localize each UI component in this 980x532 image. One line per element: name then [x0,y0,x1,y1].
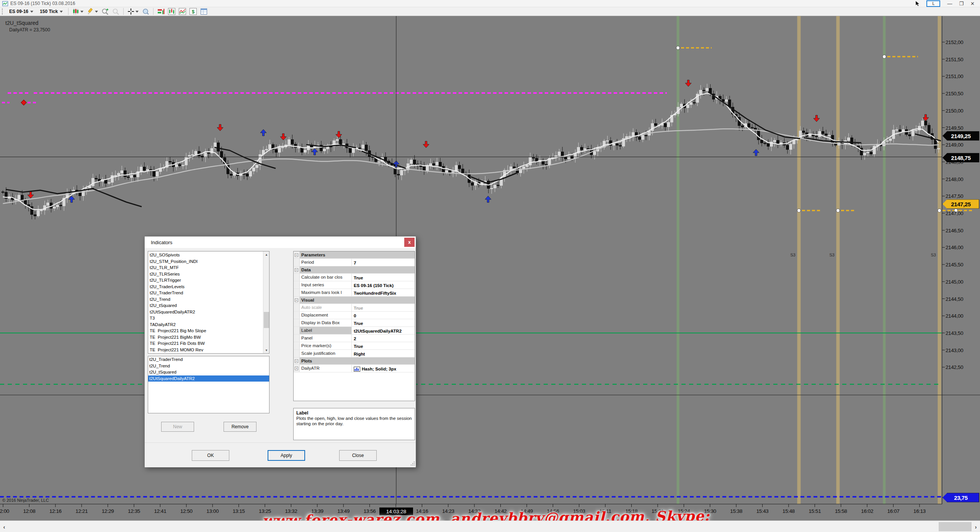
property-value[interactable]: t2UtSquaredDailyATR2 [352,327,415,334]
indicator-list-item[interactable]: t2U_Trend [149,296,263,303]
expand-icon[interactable]: + [294,365,300,372]
line-chart-button[interactable] [178,8,187,15]
indicator-list-item[interactable]: t2U_TraderTrend [149,290,263,296]
zoom-out-button[interactable] [111,8,121,16]
indicator-list-item[interactable]: TE Project221 Fib Dots BW [149,340,263,347]
scroll-left-icon[interactable]: ‹ [0,521,8,532]
drawing-tools-button[interactable] [86,8,99,15]
property-value[interactable]: True [352,274,415,281]
property-value[interactable]: True [352,342,415,349]
account-button[interactable]: $ [188,8,198,15]
dialog-close-button[interactable]: x [404,238,415,247]
candle [442,166,445,172]
remove-button[interactable]: Remove [224,422,256,432]
crosshair-button[interactable] [126,8,140,15]
instrument-dropdown[interactable]: ES 09-16 [7,8,36,15]
property-value[interactable]: ES 09-16 (150 Tick) [352,281,415,289]
interval-dropdown[interactable]: 150 Tick [37,8,65,15]
scroll-right-icon[interactable]: › [972,521,980,532]
configured-indicator-item[interactable]: t2U_Trend [148,363,269,369]
list-scrollbar[interactable]: ▲ ▼ [263,251,269,353]
buy-arrow-icon [260,129,266,136]
property-row[interactable]: +DailyATRHash; Solid; 3px [294,365,415,372]
close-button[interactable]: ✕ [970,0,975,7]
available-indicators-list[interactable]: t2U_SOSpivotst2U_STM_Position_INDIt2U_TL… [148,251,270,354]
collapse-icon[interactable]: − [294,251,300,258]
apply-button[interactable]: Apply [268,450,305,461]
hscroll-thumb[interactable] [939,522,972,531]
chart-window-button[interactable] [167,8,176,15]
property-row[interactable]: Auto scaleTrue [294,304,415,312]
property-value[interactable]: TwoHundredFiftySix [352,289,415,296]
candle [822,131,824,134]
candle [403,170,406,171]
new-button[interactable]: New [161,422,194,432]
indicator-list-item[interactable]: t2U_TLR_MTF [149,264,263,271]
indicator-list-item[interactable]: t2U_TraderLevels [149,284,263,290]
horizontal-scrollbar[interactable]: ‹ › [0,521,980,532]
indicator-list-item[interactable]: TE Project221 Big Mo Slope [149,328,263,334]
zoom-in-button[interactable] [100,8,110,16]
property-value[interactable]: 0 [352,312,415,319]
property-row[interactable]: Displacement0 [294,312,415,319]
close-dialog-button[interactable]: Close [339,450,377,461]
property-value[interactable]: 7 [352,259,415,266]
properties-button[interactable] [199,8,209,15]
property-row[interactable]: Calculate on bar closTrue [294,274,415,281]
ok-button[interactable]: OK [192,450,229,461]
configured-indicators-list[interactable]: t2U_TraderTrendt2U_Trendt2U_tSquaredt2Ut… [148,356,270,413]
property-row[interactable]: Input seriesES 09-16 (150 Tick) [294,281,415,289]
chart-style-button[interactable] [71,8,85,15]
configured-indicator-item[interactable]: t2UtSquaredDailyATR2 [148,375,269,382]
indicator-list-item[interactable]: t2U_SOSpivots [149,252,263,258]
property-category-row[interactable]: −Parameters [294,251,415,259]
collapse-icon[interactable]: − [294,297,300,304]
property-row[interactable]: Maximum bars look lTwoHundredFiftySix [294,289,415,297]
property-value[interactable]: Hash; Solid; 3px [352,365,415,372]
property-label: Display in Data Box [300,319,352,326]
resize-grip[interactable] [410,461,415,466]
indicator-list-item[interactable]: t2UtSquaredDailyATR2 [149,309,263,315]
property-label: Calculate on bar clos [300,274,352,281]
indicator-list-item[interactable]: t2U_STM_Position_INDI [149,258,263,265]
scrollbar-thumb[interactable] [264,312,269,328]
dialog-titlebar[interactable]: Indicators [145,237,416,248]
link-button[interactable]: L [926,0,940,7]
scroll-up-icon[interactable]: ▲ [263,251,270,258]
market-analyzer-button[interactable] [156,8,166,15]
data-box-button[interactable] [141,8,150,16]
indicator-list-item[interactable]: t2U_TLRSeries [149,271,263,277]
property-value[interactable]: True [352,304,415,311]
configured-indicator-item[interactable]: t2U_TraderTrend [148,356,269,363]
property-category-row[interactable]: −Visual [294,297,415,304]
property-value[interactable]: Right [352,350,415,357]
property-row[interactable]: Period7 [294,259,415,266]
property-row[interactable]: Display in Data BoxTrue [294,319,415,327]
property-category-row[interactable]: −Data [294,266,415,274]
indicator-list-item[interactable]: t2U_tSquared [149,302,263,309]
indicator-list-item[interactable]: TADailyATR2 [149,321,263,328]
property-row[interactable]: Panel2 [294,335,415,342]
property-value[interactable]: 2 [352,335,415,342]
minimize-button[interactable]: — [947,0,952,7]
restore-button[interactable]: ❐ [959,0,964,7]
indicator-list-item[interactable]: t2U_TLRTrigger [149,277,263,284]
property-row[interactable]: Price marker(s)True [294,342,415,350]
scroll-down-icon[interactable]: ▼ [263,347,270,353]
collapse-icon[interactable]: − [294,266,300,273]
indicator-list-item[interactable]: TE Project221 BigMo BW [149,334,263,341]
property-value[interactable]: True [352,319,415,326]
property-row[interactable]: Labelt2UtSquaredDailyATR2 [294,327,415,335]
collapse-icon[interactable]: − [294,357,300,364]
toolbar-grip[interactable] [2,8,4,15]
property-category-row[interactable]: −Plots [294,357,415,365]
property-row[interactable]: Scale justificationRight [294,350,415,357]
indicator-list-item[interactable]: T3 [149,315,263,321]
property-grid[interactable]: −ParametersPeriod7−DataCalculate on bar … [293,251,415,401]
indicator-list-item[interactable]: TE Project221 MOMO Rev [149,347,263,353]
candle [886,141,889,142]
property-label: Data [300,266,415,273]
candle [895,130,898,131]
configured-indicator-item[interactable]: t2U_tSquared [148,369,269,375]
candle [928,125,930,133]
